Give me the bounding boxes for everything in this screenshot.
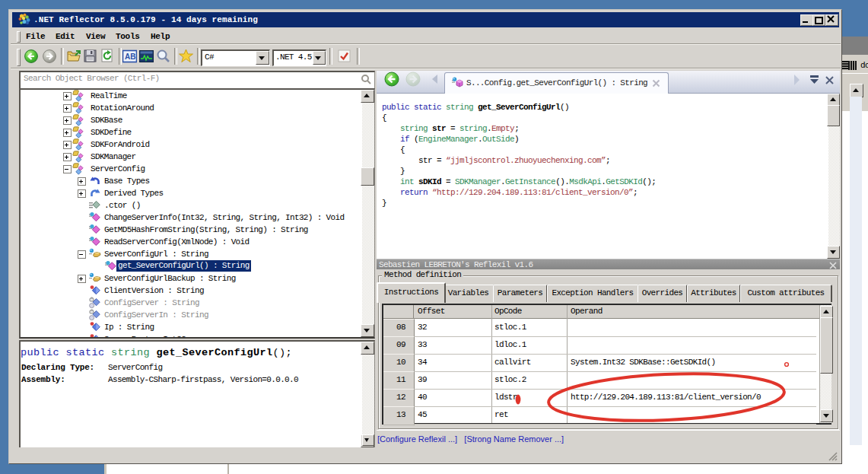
svg-text:AB: AB <box>125 52 135 61</box>
